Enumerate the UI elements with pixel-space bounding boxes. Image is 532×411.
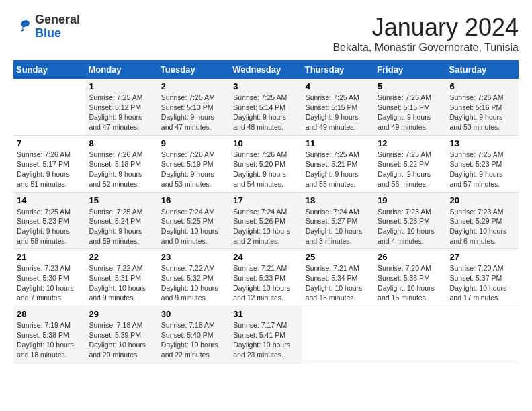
day-number: 12 — [378, 138, 443, 148]
day-info: Sunrise: 7:25 AM Sunset: 5:23 PM Dayligh… — [17, 207, 82, 246]
calendar-cell: 19Sunrise: 7:23 AM Sunset: 5:28 PM Dayli… — [374, 192, 446, 249]
day-info: Sunrise: 7:24 AM Sunset: 5:26 PM Dayligh… — [233, 207, 298, 246]
header-thursday: Thursday — [302, 60, 374, 79]
day-number: 28 — [17, 309, 82, 319]
day-number: 14 — [17, 195, 82, 205]
day-number: 8 — [89, 138, 154, 148]
day-info: Sunrise: 7:23 AM Sunset: 5:30 PM Dayligh… — [17, 263, 82, 303]
calendar-cell: 30Sunrise: 7:18 AM Sunset: 5:40 PM Dayli… — [158, 306, 230, 363]
calendar-cell: 25Sunrise: 7:21 AM Sunset: 5:34 PM Dayli… — [302, 249, 374, 306]
day-number: 16 — [161, 195, 226, 205]
day-number: 19 — [378, 195, 443, 205]
calendar-week-row: 21Sunrise: 7:23 AM Sunset: 5:30 PM Dayli… — [13, 249, 519, 306]
calendar-cell: 17Sunrise: 7:24 AM Sunset: 5:26 PM Dayli… — [230, 192, 302, 249]
day-number: 18 — [306, 195, 371, 205]
day-info: Sunrise: 7:26 AM Sunset: 5:20 PM Dayligh… — [233, 150, 298, 189]
calendar-cell: 3Sunrise: 7:25 AM Sunset: 5:14 PM Daylig… — [230, 79, 302, 135]
day-info: Sunrise: 7:19 AM Sunset: 5:38 PM Dayligh… — [17, 320, 82, 360]
day-info: Sunrise: 7:22 AM Sunset: 5:31 PM Dayligh… — [89, 263, 154, 303]
calendar-cell: 11Sunrise: 7:25 AM Sunset: 5:21 PM Dayli… — [302, 135, 374, 192]
calendar-cell: 10Sunrise: 7:26 AM Sunset: 5:20 PM Dayli… — [230, 135, 302, 192]
page-header: General Blue January 2024 Bekalta, Monas… — [13, 13, 519, 54]
day-info: Sunrise: 7:24 AM Sunset: 5:27 PM Dayligh… — [306, 207, 371, 246]
day-number: 15 — [89, 195, 154, 205]
day-number: 10 — [233, 138, 298, 148]
day-number: 6 — [450, 81, 515, 91]
day-number: 26 — [378, 252, 443, 262]
day-info: Sunrise: 7:23 AM Sunset: 5:28 PM Dayligh… — [378, 207, 443, 246]
header-sunday: Sunday — [13, 60, 85, 79]
day-number: 22 — [89, 252, 154, 262]
calendar-cell: 13Sunrise: 7:25 AM Sunset: 5:23 PM Dayli… — [447, 135, 519, 192]
day-number: 9 — [161, 138, 226, 148]
calendar-cell: 4Sunrise: 7:25 AM Sunset: 5:15 PM Daylig… — [302, 79, 374, 135]
calendar-cell — [374, 306, 446, 363]
day-info: Sunrise: 7:25 AM Sunset: 5:21 PM Dayligh… — [306, 150, 371, 189]
header-monday: Monday — [85, 60, 157, 79]
day-number: 13 — [450, 138, 515, 148]
logo-text: General Blue — [35, 13, 80, 40]
header-saturday: Saturday — [447, 60, 519, 79]
day-number: 4 — [306, 81, 371, 91]
day-info: Sunrise: 7:26 AM Sunset: 5:16 PM Dayligh… — [450, 93, 515, 132]
day-number: 17 — [233, 195, 298, 205]
calendar-cell: 23Sunrise: 7:22 AM Sunset: 5:32 PM Dayli… — [158, 249, 230, 306]
day-number: 7 — [17, 138, 82, 148]
calendar-cell: 14Sunrise: 7:25 AM Sunset: 5:23 PM Dayli… — [13, 192, 85, 249]
day-number: 21 — [17, 252, 82, 262]
title-block: January 2024 Bekalta, Monastir Governora… — [332, 13, 519, 54]
day-info: Sunrise: 7:26 AM Sunset: 5:17 PM Dayligh… — [17, 150, 82, 189]
calendar-header-row: SundayMondayTuesdayWednesdayThursdayFrid… — [13, 60, 519, 79]
day-info: Sunrise: 7:20 AM Sunset: 5:37 PM Dayligh… — [450, 263, 515, 303]
calendar-cell: 5Sunrise: 7:26 AM Sunset: 5:15 PM Daylig… — [374, 79, 446, 135]
calendar-cell: 24Sunrise: 7:21 AM Sunset: 5:33 PM Dayli… — [230, 249, 302, 306]
day-info: Sunrise: 7:26 AM Sunset: 5:18 PM Dayligh… — [89, 150, 154, 189]
calendar-cell: 15Sunrise: 7:25 AM Sunset: 5:24 PM Dayli… — [85, 192, 157, 249]
day-info: Sunrise: 7:26 AM Sunset: 5:19 PM Dayligh… — [161, 150, 226, 189]
day-number: 29 — [89, 309, 154, 319]
day-info: Sunrise: 7:23 AM Sunset: 5:29 PM Dayligh… — [450, 207, 515, 246]
calendar-cell: 2Sunrise: 7:25 AM Sunset: 5:13 PM Daylig… — [158, 79, 230, 135]
header-tuesday: Tuesday — [158, 60, 230, 79]
calendar-cell: 9Sunrise: 7:26 AM Sunset: 5:19 PM Daylig… — [158, 135, 230, 192]
day-number: 5 — [378, 81, 443, 91]
calendar-cell: 6Sunrise: 7:26 AM Sunset: 5:16 PM Daylig… — [447, 79, 519, 135]
calendar-cell: 31Sunrise: 7:17 AM Sunset: 5:41 PM Dayli… — [230, 306, 302, 363]
day-info: Sunrise: 7:18 AM Sunset: 5:40 PM Dayligh… — [161, 320, 226, 360]
day-info: Sunrise: 7:25 AM Sunset: 5:15 PM Dayligh… — [306, 93, 371, 132]
day-info: Sunrise: 7:21 AM Sunset: 5:34 PM Dayligh… — [306, 263, 371, 303]
month-title: January 2024 — [332, 13, 519, 42]
day-info: Sunrise: 7:25 AM Sunset: 5:23 PM Dayligh… — [450, 150, 515, 189]
day-info: Sunrise: 7:26 AM Sunset: 5:15 PM Dayligh… — [378, 93, 443, 132]
header-friday: Friday — [374, 60, 446, 79]
day-info: Sunrise: 7:20 AM Sunset: 5:36 PM Dayligh… — [378, 263, 443, 303]
day-info: Sunrise: 7:25 AM Sunset: 5:22 PM Dayligh… — [378, 150, 443, 189]
calendar-cell: 26Sunrise: 7:20 AM Sunset: 5:36 PM Dayli… — [374, 249, 446, 306]
calendar-cell — [13, 79, 85, 135]
calendar-cell: 12Sunrise: 7:25 AM Sunset: 5:22 PM Dayli… — [374, 135, 446, 192]
calendar-cell: 21Sunrise: 7:23 AM Sunset: 5:30 PM Dayli… — [13, 249, 85, 306]
day-number: 1 — [89, 81, 154, 91]
calendar-cell: 29Sunrise: 7:18 AM Sunset: 5:39 PM Dayli… — [85, 306, 157, 363]
day-number: 2 — [161, 81, 226, 91]
logo: General Blue — [13, 13, 80, 40]
calendar-cell: 18Sunrise: 7:24 AM Sunset: 5:27 PM Dayli… — [302, 192, 374, 249]
calendar-cell: 7Sunrise: 7:26 AM Sunset: 5:17 PM Daylig… — [13, 135, 85, 192]
calendar-cell: 28Sunrise: 7:19 AM Sunset: 5:38 PM Dayli… — [13, 306, 85, 363]
calendar-cell — [302, 306, 374, 363]
day-info: Sunrise: 7:22 AM Sunset: 5:32 PM Dayligh… — [161, 263, 226, 303]
calendar-table: SundayMondayTuesdayWednesdayThursdayFrid… — [13, 60, 519, 363]
day-number: 31 — [233, 309, 298, 319]
calendar-cell — [447, 306, 519, 363]
calendar-cell: 27Sunrise: 7:20 AM Sunset: 5:37 PM Dayli… — [447, 249, 519, 306]
day-number: 25 — [306, 252, 371, 262]
day-info: Sunrise: 7:18 AM Sunset: 5:39 PM Dayligh… — [89, 320, 154, 360]
day-info: Sunrise: 7:25 AM Sunset: 5:12 PM Dayligh… — [89, 93, 154, 132]
day-number: 11 — [306, 138, 371, 148]
day-info: Sunrise: 7:21 AM Sunset: 5:33 PM Dayligh… — [233, 263, 298, 303]
logo-icon — [13, 17, 32, 36]
day-number: 27 — [450, 252, 515, 262]
day-number: 23 — [161, 252, 226, 262]
header-wednesday: Wednesday — [230, 60, 302, 79]
day-info: Sunrise: 7:25 AM Sunset: 5:14 PM Dayligh… — [233, 93, 298, 132]
